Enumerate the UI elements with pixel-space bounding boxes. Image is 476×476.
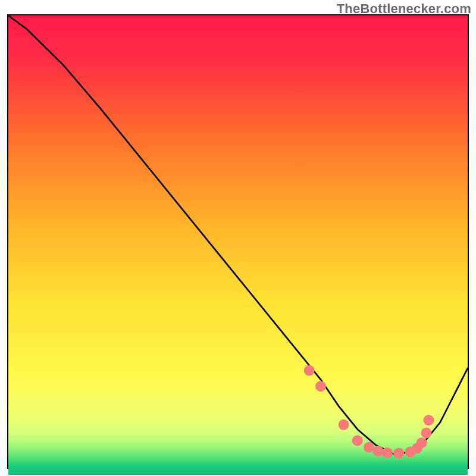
optimal-dot xyxy=(382,447,393,458)
optimal-dot xyxy=(304,365,315,376)
optimal-dot xyxy=(373,446,384,456)
chart-frame: TheBottlenecker.com xyxy=(0,0,476,476)
optimal-dots xyxy=(8,15,468,468)
watermark-text: TheBottlenecker.com xyxy=(337,1,471,17)
optimal-dot xyxy=(352,435,363,446)
optimal-dot xyxy=(416,437,427,448)
optimal-dot xyxy=(364,442,374,453)
plot-area xyxy=(7,14,469,469)
optimal-dot xyxy=(315,381,326,392)
optimal-dot xyxy=(393,448,404,459)
optimal-dot xyxy=(423,415,434,425)
optimal-dot xyxy=(339,419,349,430)
optimal-dot xyxy=(421,428,432,439)
